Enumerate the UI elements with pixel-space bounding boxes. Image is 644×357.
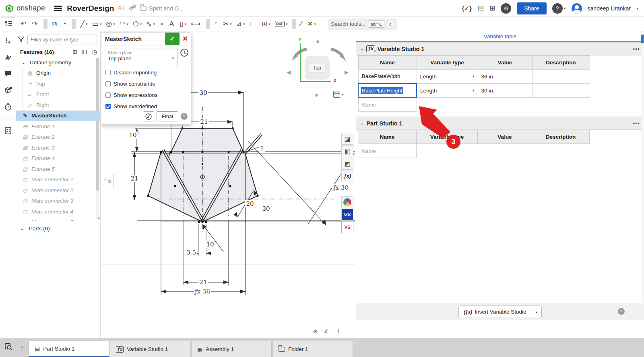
- dimension-value[interactable]: 21: [199, 118, 209, 125]
- document-tab[interactable]: ƒx Variable Studio 1: [110, 341, 190, 357]
- parts-section[interactable]: ⌄ Parts (0): [16, 223, 100, 234]
- toolbar-tool[interactable]: ◠ ▾: [118, 18, 130, 30]
- feature-tree-item[interactable]: ◷ Mate connector 1: [16, 174, 100, 185]
- document-tab[interactable]: Folder 1: [272, 341, 353, 357]
- dialog-checkbox-row[interactable]: Show constraints: [105, 81, 155, 87]
- section-chevron-icon[interactable]: ⌄: [360, 121, 364, 126]
- user-avatar[interactable]: [572, 3, 582, 14]
- toolbar-tool[interactable]: A: [167, 18, 177, 30]
- toolbar-tool[interactable]: ∟: [248, 18, 260, 30]
- share-button[interactable]: Share: [517, 2, 546, 14]
- filter-icon[interactable]: [18, 36, 24, 43]
- variable-description-cell[interactable]: [532, 84, 590, 98]
- checkbox[interactable]: [105, 70, 111, 75]
- suppress-icon[interactable]: ❚❚: [81, 50, 88, 54]
- rotate-right-icon[interactable]: ▶: [345, 69, 349, 75]
- document-tab[interactable]: ▤ Part Studio 1: [29, 341, 109, 357]
- toolbar-tool[interactable]: ⧉: [50, 18, 60, 30]
- type-dropdown-icon[interactable]: ▾: [473, 88, 475, 92]
- help-menu[interactable]: ? ▾: [552, 3, 566, 14]
- column-header-name[interactable]: Name: [358, 56, 417, 70]
- cancel-button[interactable]: ✕: [180, 33, 191, 45]
- variable-name-cell-editing[interactable]: BasePlateHeight: [358, 84, 417, 98]
- tab-search-icon[interactable]: [5, 343, 12, 352]
- variable-studio-section-header[interactable]: ⌄ ƒx✓ Variable Studio 1 •••: [356, 42, 644, 55]
- section-chevron-icon[interactable]: ⌄: [360, 46, 364, 51]
- feature-tree-item[interactable]: ▱ Front: [16, 89, 100, 100]
- toolbar-tool[interactable]: ∘: [157, 18, 167, 30]
- performance-icon[interactable]: [3, 102, 13, 112]
- toolbar-tool[interactable]: [43, 19, 47, 29]
- toolbar-tool[interactable]: [206, 19, 210, 29]
- hamburger-menu-icon[interactable]: [54, 6, 62, 11]
- view-options-button[interactable]: ▾: [333, 91, 344, 98]
- angle-measure-icon[interactable]: ∠: [324, 328, 329, 335]
- new-variable-name-cell[interactable]: Name: [358, 144, 417, 158]
- canvas-side-tab[interactable]: [341, 196, 353, 208]
- new-tab-icon[interactable]: ＋: [19, 343, 25, 352]
- apps-grid-icon[interactable]: ⊞: [489, 5, 495, 12]
- insert-feature-icon[interactable]: [3, 36, 13, 46]
- dialog-help-icon[interactable]: ?: [181, 113, 188, 120]
- rollback-icon[interactable]: ◷: [92, 49, 97, 55]
- toolbar-tool[interactable]: ⁄: [299, 18, 305, 30]
- help-cube-icon[interactable]: ?: [3, 86, 13, 95]
- tape-measure-icon[interactable]: ⌀: [313, 328, 317, 335]
- toolbar-tool[interactable]: ∿ ▾: [144, 18, 157, 30]
- feature-tree-item[interactable]: ▱ Top: [16, 78, 100, 89]
- toolbar-tool[interactable]: ▯ ▾: [178, 18, 188, 30]
- dimension-value[interactable]: ƒx 36: [194, 288, 211, 295]
- canvas-side-tab[interactable]: ƒx): [341, 170, 353, 182]
- user-name[interactable]: sandeep Urankar: [588, 5, 631, 12]
- toolbar-tool[interactable]: ⬠ ▾: [131, 18, 144, 30]
- dialog-checkbox-row[interactable]: Show overdefined: [105, 103, 157, 109]
- dimension-value[interactable]: 3.5: [185, 249, 197, 256]
- variable-value-cell[interactable]: 30 in: [478, 84, 532, 98]
- canvas-side-tab[interactable]: ◩: [341, 158, 353, 170]
- feature-tree-item[interactable]: ◷ Mate connector 5: [16, 217, 100, 222]
- toolbar-tool[interactable]: ⊞ ▾: [260, 18, 272, 30]
- canvas-side-tab[interactable]: MK: [341, 209, 353, 221]
- rotate-left-icon[interactable]: ◀: [287, 69, 291, 75]
- dimension-value[interactable]: 21: [129, 175, 139, 182]
- dimension-value[interactable]: 1: [259, 145, 265, 152]
- dimension-value[interactable]: 30: [198, 89, 208, 96]
- variable-value-cell[interactable]: 36 in: [478, 70, 532, 84]
- search-tools[interactable]: Search tools... alt/⌥ c: [328, 18, 397, 30]
- onshape-logo[interactable]: onshape: [0, 4, 49, 13]
- checkbox[interactable]: [105, 104, 111, 109]
- toolbar-tool[interactable]: ↷: [30, 18, 41, 30]
- learning-center-icon[interactable]: ⚙: [501, 3, 511, 14]
- sketch-tools-button[interactable]: [143, 111, 154, 121]
- toolbar-tool[interactable]: ✕ ▾: [305, 18, 318, 30]
- canvas-side-tab[interactable]: ◪: [341, 133, 353, 145]
- user-menu-caret-icon[interactable]: ▾: [636, 6, 638, 10]
- link-icon[interactable]: [129, 4, 136, 12]
- toolbar-tool[interactable]: ▭ ▾: [90, 18, 104, 30]
- feature-tree-item[interactable]: ◷ Mate connector 2: [16, 185, 100, 196]
- dialog-checkbox-row[interactable]: Disable imprinting: [105, 70, 157, 76]
- accept-button[interactable]: ✓: [165, 33, 180, 45]
- feature-tree-item[interactable]: ⌄ Default geometry: [16, 57, 100, 68]
- sketch-plane-field[interactable]: Sketch plane Top plane ×: [105, 49, 178, 67]
- section-menu-icon[interactable]: •••: [633, 46, 640, 52]
- section-menu-icon[interactable]: •••: [633, 120, 640, 127]
- part-studio-section-header[interactable]: ⌄ Part Studio 1 •••: [356, 117, 644, 130]
- column-header-type[interactable]: Variable type: [417, 56, 478, 70]
- panel-scrollbar[interactable]: [641, 31, 644, 320]
- create-folder-icon[interactable]: ⊞: [72, 49, 77, 55]
- toolbar-tool[interactable]: ✂ ▾: [221, 18, 234, 30]
- column-header-value[interactable]: Value: [478, 56, 532, 70]
- graphics-canvas[interactable]: 30 21 10 21 1 20 30 10 3.5 21 ƒx 36: [101, 31, 356, 338]
- feature-tree-item[interactable]: ▤ Extrude 2: [16, 132, 100, 143]
- dimension-value[interactable]: 10: [205, 241, 215, 248]
- checkbox[interactable]: [105, 81, 111, 86]
- feature-tree-item[interactable]: ▤ Extrude 1: [16, 121, 100, 132]
- panel-list-icon[interactable]: ▤: [477, 5, 484, 12]
- clear-selection-icon[interactable]: ×: [171, 55, 175, 62]
- toolbar-tool[interactable]: ◜: [213, 18, 221, 30]
- featurescript-icon[interactable]: {✓}: [462, 5, 472, 11]
- canvas-side-tab[interactable]: ◧: [341, 145, 353, 157]
- view-cube-face[interactable]: Top: [305, 56, 330, 80]
- feature-tree-item[interactable]: ▱ Right: [16, 100, 100, 111]
